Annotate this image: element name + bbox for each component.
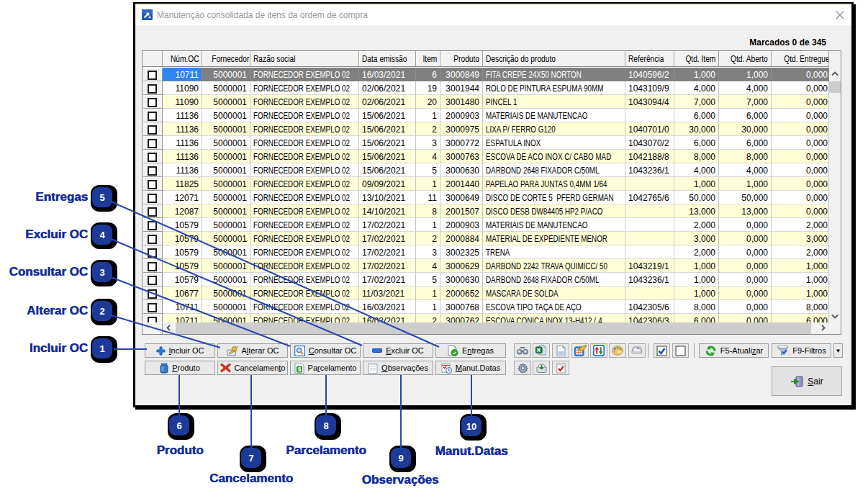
svg-text:$: $ [297,365,301,372]
